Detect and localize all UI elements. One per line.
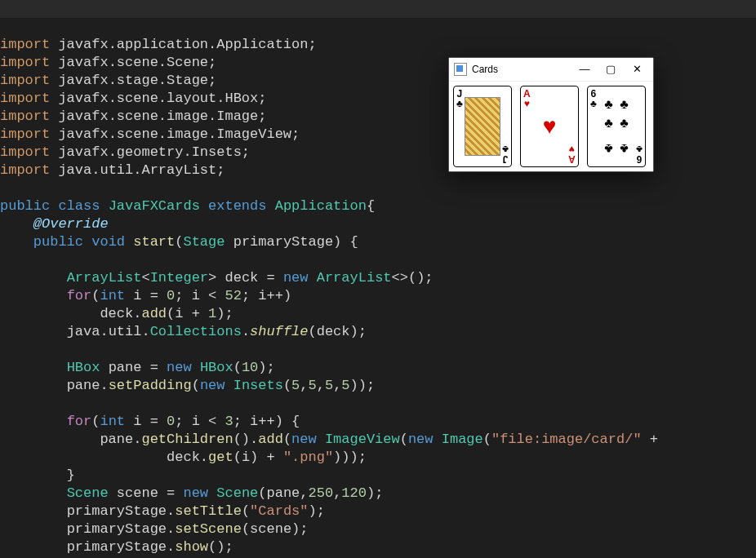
card-jack-clubs: J♣ J♣: [453, 86, 512, 167]
kw-import: import: [0, 37, 50, 52]
card-corner: A♥: [568, 144, 576, 164]
close-button[interactable]: ✕: [624, 58, 650, 81]
current-line-highlight: [0, 0, 756, 18]
card-corner: A♥: [523, 89, 531, 108]
pip-grid: ♣♣ ♣♣ ♣♣: [601, 98, 632, 155]
window-title: Cards: [472, 60, 571, 78]
card-corner: J♣: [456, 89, 463, 108]
minimize-button[interactable]: —: [571, 58, 598, 81]
titlebar[interactable]: Cards — ▢ ✕: [449, 58, 653, 82]
card-corner: 6♣: [636, 144, 643, 164]
card-corner: J♣: [502, 144, 509, 164]
center-pip: ♥: [543, 117, 557, 135]
face-card-art: [465, 97, 500, 156]
app-icon: [454, 63, 467, 76]
cards-pane: J♣ J♣ A♥ ♥ A♥ 6♣ ♣♣ ♣♣ ♣♣ 6♣: [449, 82, 653, 171]
card-corner: 6♣: [590, 89, 597, 108]
card-six-clubs: 6♣ ♣♣ ♣♣ ♣♣ 6♣: [587, 86, 646, 167]
maximize-button[interactable]: ▢: [598, 58, 624, 81]
card-ace-hearts: A♥ ♥ A♥: [520, 86, 579, 167]
cards-app-window[interactable]: Cards — ▢ ✕ J♣ J♣ A♥ ♥ A♥ 6♣ ♣♣ ♣♣ ♣♣ 6: [448, 57, 654, 172]
